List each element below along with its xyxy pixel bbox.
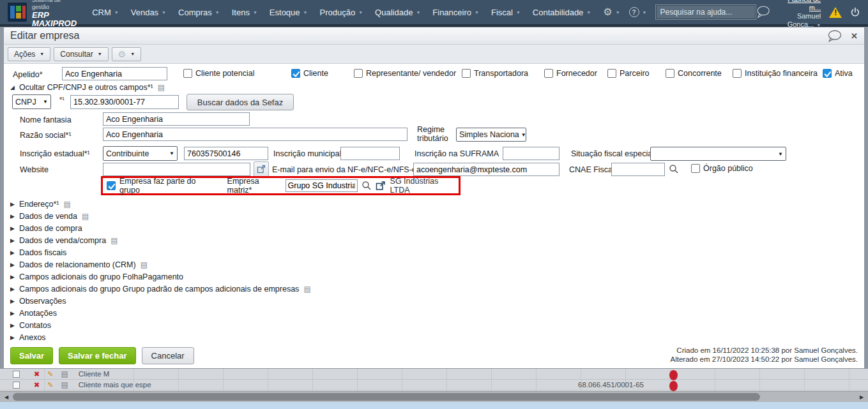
note-icon: ▤	[158, 83, 165, 92]
section-header[interactable]: ▶ Campos adicionais do grupo FolhaPagame…	[10, 271, 311, 283]
website-input[interactable]	[103, 163, 250, 176]
horizontal-scrollbar[interactable]: ◀ ▶	[0, 391, 868, 402]
delete-icon[interactable]: ✖	[34, 381, 40, 389]
cnae-lookup-button[interactable]	[669, 164, 679, 174]
menu-item[interactable]: Itens ▼	[232, 8, 257, 17]
section-header[interactable]: ▶ Campos adicionais do grupo Grupo padrã…	[10, 283, 311, 295]
empresa-matriz-input[interactable]	[286, 179, 358, 192]
checkbox-box[interactable]	[666, 69, 674, 78]
save-button[interactable]: Salvar	[10, 347, 53, 364]
delete-icon[interactable]: ✖	[34, 370, 40, 378]
menu-item[interactable]: Compras ▼	[178, 8, 220, 17]
section-header[interactable]: ▶ Endereço*¹ ▤	[10, 198, 311, 210]
matriz-company-name[interactable]: SG Indústrias LTDA	[390, 177, 455, 195]
checkbox-concorrente[interactable]: Concorrente	[666, 69, 722, 78]
open-website-button[interactable]	[254, 161, 269, 177]
cnae-input[interactable]	[611, 163, 665, 176]
section-header[interactable]: ▶ Dados de venda/compra ▤	[10, 234, 311, 246]
checkbox-box[interactable]	[183, 69, 192, 78]
menu-item[interactable]: Financeiro ▼	[432, 8, 479, 17]
document-type-select[interactable]: CNPJ ▼	[12, 94, 51, 109]
checkbox-box[interactable]	[691, 164, 700, 173]
email-nfe-input[interactable]	[413, 163, 560, 176]
checkbox-transportadora[interactable]: Transportadora	[462, 69, 528, 78]
inscricao-estadual-select[interactable]: Contribuinte ▼	[103, 146, 178, 161]
menu-item[interactable]: Qualidade ▼	[375, 8, 420, 17]
triangle-collapsed-icon: ▶	[10, 274, 15, 280]
save-and-close-button[interactable]: Salvar e fechar	[59, 347, 136, 364]
app-logo: Sistema de gestão ERP MAXIPROD	[8, 0, 78, 27]
checkbox-ativa[interactable]: Ativa	[823, 69, 853, 78]
print-icon[interactable]: ▤	[61, 369, 68, 378]
checkbox-representante[interactable]: Representante/ vendedor	[354, 69, 456, 78]
checkbox-box[interactable]	[733, 69, 742, 78]
dialog-settings-button[interactable]: ⚙ ▼	[112, 47, 142, 61]
apelido-input[interactable]	[62, 67, 167, 80]
checkbox-fornecedor[interactable]: Fornecedor	[544, 69, 597, 78]
checkbox-box[interactable]	[544, 69, 553, 78]
menu-item[interactable]: Contabilidade ▼	[533, 8, 591, 17]
menu-item[interactable]: Fiscal ▼	[491, 8, 521, 17]
inscricao-suframa-input[interactable]	[503, 147, 560, 160]
gear-icon: ⚙	[118, 50, 126, 59]
row-checkbox[interactable]	[13, 382, 20, 389]
edit-icon[interactable]: ✎	[47, 381, 53, 389]
section-header-cpf-cnpj[interactable]: ◢ Ocultar CPF/CNPJ e outros campos*¹ ▤	[10, 83, 165, 92]
menu-item[interactable]: CRM ▼	[92, 8, 119, 17]
checkbox-cliente-potencial[interactable]: Cliente potencial	[183, 69, 254, 78]
user-account-menu[interactable]: Fábrica de m... Samuel Gonça...▼	[779, 0, 821, 29]
settings-menu[interactable]: ⚙ ▼	[603, 7, 620, 17]
app-root: Sistema de gestão ERP MAXIPROD CRM ▼ Ven…	[0, 0, 868, 409]
checkbox-instituicao-financeira[interactable]: Instituição financeira	[733, 69, 818, 78]
section-header[interactable]: ▶ Contatos ▤	[10, 319, 311, 331]
razao-social-input[interactable]	[103, 128, 407, 141]
section-header[interactable]: ▶ Observações ▤	[10, 295, 311, 307]
scroll-left-arrow[interactable]: ◀	[1, 392, 11, 402]
cancel-button[interactable]: Cancelar	[142, 347, 194, 364]
matriz-open-button[interactable]	[376, 181, 386, 191]
buscar-sefaz-button[interactable]: Buscar dados da Sefaz	[187, 94, 294, 110]
checkbox-box[interactable]	[607, 69, 616, 78]
menu-item[interactable]: Vendas ▼	[131, 8, 166, 17]
row-checkbox[interactable]	[13, 371, 20, 378]
edit-company-dialog: Editar empresa ✕ Ações ▼ Consultar ▼ ⚙ ▼	[3, 27, 865, 369]
edit-icon[interactable]: ✎	[47, 370, 53, 378]
checkbox-parceiro[interactable]: Parceiro	[607, 69, 650, 78]
inscricao-municipal-input[interactable]	[340, 147, 400, 160]
section-header[interactable]: ▶ Dados fiscais ▤	[10, 246, 311, 258]
section-header[interactable]: ▶ Dados de compra ▤	[10, 222, 311, 234]
menu-item[interactable]: Estoque ▼	[270, 8, 308, 17]
dialog-chat-icon[interactable]	[826, 30, 842, 42]
checkbox-orgao-publico[interactable]: Órgão público	[691, 164, 753, 173]
menu-item[interactable]: Produção ▼	[320, 8, 363, 17]
chevron-down-icon: ▼	[475, 10, 479, 15]
cnpj-input[interactable]	[70, 95, 179, 109]
section-header[interactable]: ▶ Anotações ▤	[10, 307, 311, 319]
section-header[interactable]: ▶ Dados de venda ▤	[10, 210, 311, 222]
checkbox-box[interactable]	[291, 69, 300, 78]
help-search-input[interactable]	[656, 5, 756, 19]
chat-bubble-icon[interactable]	[756, 3, 770, 21]
print-icon[interactable]: ▤	[61, 380, 68, 389]
company-link[interactable]: Fábrica de m...	[779, 0, 821, 12]
consult-menu-button[interactable]: Consultar ▼	[54, 47, 108, 61]
power-logout-icon[interactable]	[850, 4, 860, 20]
warning-icon[interactable]: !	[829, 7, 842, 18]
inscricao-estadual-input[interactable]	[184, 147, 268, 160]
actions-menu-button[interactable]: Ações ▼	[8, 47, 50, 61]
scrollbar-thumb[interactable]	[13, 393, 760, 401]
scroll-right-arrow[interactable]: ▶	[857, 392, 867, 402]
close-icon[interactable]: ✕	[851, 31, 858, 41]
checkbox-cliente[interactable]: Cliente	[291, 69, 328, 78]
situacao-fiscal-select[interactable]: ▼	[650, 147, 786, 161]
checkbox-box[interactable]	[823, 69, 832, 78]
section-header[interactable]: ▶ Dados de relacionamento (CRM) ▤	[10, 258, 311, 271]
help-menu[interactable]: ? ▼	[629, 7, 647, 17]
checkbox-box[interactable]	[354, 69, 363, 78]
checkbox-box[interactable]	[462, 69, 471, 78]
regime-tributario-select[interactable]: Simples Naciona ▼	[456, 128, 526, 142]
matriz-lookup-button[interactable]	[362, 181, 372, 191]
nome-fantasia-input[interactable]	[103, 112, 250, 126]
checkbox-empresa-grupo[interactable]	[107, 181, 116, 190]
section-header[interactable]: ▶ Anexos ▤	[10, 331, 311, 343]
